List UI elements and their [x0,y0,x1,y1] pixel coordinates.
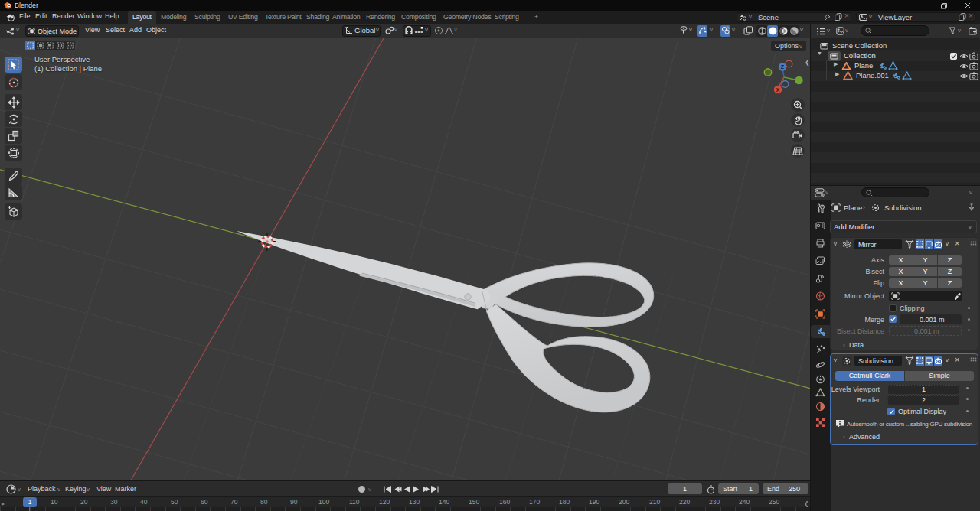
svg-text:Z: Z [781,64,785,70]
svg-text:X: X [776,87,780,93]
